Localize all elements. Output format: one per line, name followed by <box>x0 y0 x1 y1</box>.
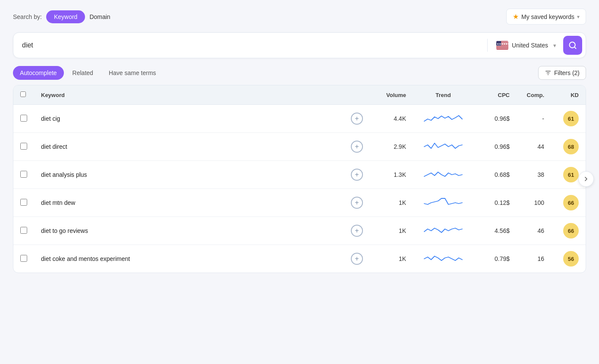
row-kd: 66 <box>551 189 586 217</box>
row-kd: 68 <box>551 133 586 161</box>
row-trend <box>413 161 473 189</box>
search-bar: ★★★★★★ United States ▾ <box>13 32 586 58</box>
trend-sparkline <box>424 253 463 265</box>
row-comp: 100 <box>517 189 551 217</box>
row-comp: 46 <box>517 217 551 245</box>
add-keyword-button[interactable]: + <box>351 225 363 237</box>
trend-sparkline <box>424 225 463 237</box>
header-kd: KD <box>551 85 586 105</box>
row-cpc: 0.96$ <box>473 105 517 133</box>
svg-text:★★★★★★: ★★★★★★ <box>497 43 508 45</box>
filters-label: Filters (2) <box>554 69 580 76</box>
top-bar: Search by: Keyword Domain ★ My saved key… <box>13 9 586 25</box>
chevron-down-icon: ▾ <box>577 14 580 20</box>
row-volume: 1K <box>370 245 413 273</box>
row-checkbox-cell[interactable] <box>13 161 34 189</box>
filter-tabs: Autocomplete Related Have same terms <box>13 66 163 80</box>
filters-button[interactable]: Filters (2) <box>538 66 586 80</box>
trend-sparkline <box>424 169 463 181</box>
country-name: United States <box>512 42 548 49</box>
results-table: Keyword Volume Trend CPC Comp. KD diet c… <box>13 85 586 273</box>
scroll-right-button[interactable] <box>578 171 594 187</box>
row-checkbox[interactable] <box>20 171 27 178</box>
add-keyword-button[interactable]: + <box>351 197 363 209</box>
row-keyword: diet mtn dew <box>34 189 344 217</box>
country-selector[interactable]: ★★★★★★ United States ▾ <box>493 41 560 50</box>
add-keyword-button[interactable]: + <box>351 253 363 265</box>
keyword-button[interactable]: Keyword <box>46 10 85 23</box>
row-checkbox[interactable] <box>20 255 27 262</box>
row-checkbox-cell[interactable] <box>13 133 34 161</box>
row-checkbox[interactable] <box>20 115 27 122</box>
row-add-cell[interactable]: + <box>344 105 370 133</box>
header-volume: Volume <box>370 85 413 105</box>
row-checkbox[interactable] <box>20 199 27 206</box>
row-keyword: diet analysis plus <box>34 161 344 189</box>
row-add-cell[interactable]: + <box>344 189 370 217</box>
trend-sparkline <box>424 113 463 125</box>
trend-sparkline <box>424 141 463 153</box>
table-row: diet coke and mentos experiment + 1K 0.7… <box>13 245 586 273</box>
table-row: diet analysis plus + 1.3K 0.68$ 38 61 <box>13 161 586 189</box>
row-volume: 1.3K <box>370 161 413 189</box>
svg-rect-7 <box>496 46 508 47</box>
row-volume: 1K <box>370 217 413 245</box>
row-keyword: diet direct <box>34 133 344 161</box>
header-checkbox <box>13 85 34 105</box>
row-checkbox-cell[interactable] <box>13 189 34 217</box>
row-kd: 61 <box>551 105 586 133</box>
tab-have-same-terms[interactable]: Have same terms <box>102 66 163 80</box>
header-trend: Trend <box>413 85 473 105</box>
add-keyword-button[interactable]: + <box>351 113 363 125</box>
table-row: diet to go reviews + 1K 4.56$ 46 66 <box>13 217 586 245</box>
kd-badge: 66 <box>563 223 579 238</box>
row-add-cell[interactable]: + <box>344 245 370 273</box>
row-add-cell[interactable]: + <box>344 217 370 245</box>
country-chevron-icon: ▾ <box>553 42 556 49</box>
row-checkbox-cell[interactable] <box>13 245 34 273</box>
arrow-right-icon <box>583 176 590 182</box>
tab-autocomplete[interactable]: Autocomplete <box>13 66 64 80</box>
row-trend <box>413 245 473 273</box>
row-cpc: 0.96$ <box>473 133 517 161</box>
select-all-checkbox[interactable] <box>20 91 26 97</box>
row-checkbox[interactable] <box>20 143 27 150</box>
header-keyword: Keyword <box>34 85 344 105</box>
table-row: diet mtn dew + 1K 0.12$ 100 66 <box>13 189 586 217</box>
row-add-cell[interactable]: + <box>344 161 370 189</box>
row-cpc: 0.68$ <box>473 161 517 189</box>
search-button[interactable] <box>563 36 582 55</box>
row-comp: 38 <box>517 161 551 189</box>
row-trend <box>413 105 473 133</box>
kd-badge: 66 <box>563 195 579 210</box>
table-row: diet cig + 4.4K 0.96$ - 61 <box>13 105 586 133</box>
svg-rect-10 <box>496 47 508 48</box>
svg-rect-8 <box>496 46 508 47</box>
row-volume: 4.4K <box>370 105 413 133</box>
trend-sparkline <box>424 197 463 209</box>
row-checkbox-cell[interactable] <box>13 217 34 245</box>
row-comp: - <box>517 105 551 133</box>
kd-badge: 56 <box>563 251 579 267</box>
divider <box>487 39 488 52</box>
row-checkbox[interactable] <box>20 227 27 234</box>
add-keyword-button[interactable]: + <box>351 169 363 181</box>
domain-button[interactable]: Domain <box>89 13 110 20</box>
row-keyword: diet to go reviews <box>34 217 344 245</box>
results-table-wrapper: Keyword Volume Trend CPC Comp. KD diet c… <box>13 85 586 273</box>
svg-rect-12 <box>496 49 508 50</box>
row-cpc: 0.12$ <box>473 189 517 217</box>
kd-badge: 61 <box>563 111 579 126</box>
kd-badge: 61 <box>563 167 579 182</box>
svg-line-16 <box>574 47 576 49</box>
row-checkbox-cell[interactable] <box>13 105 34 133</box>
row-keyword: diet coke and mentos experiment <box>34 245 344 273</box>
row-kd: 56 <box>551 245 586 273</box>
tab-related[interactable]: Related <box>66 66 100 80</box>
row-cpc: 0.79$ <box>473 245 517 273</box>
search-input[interactable] <box>22 41 482 49</box>
search-icon <box>568 41 577 50</box>
saved-keywords-button[interactable]: ★ My saved keywords ▾ <box>506 9 586 25</box>
row-add-cell[interactable]: + <box>344 133 370 161</box>
add-keyword-button[interactable]: + <box>351 141 363 153</box>
